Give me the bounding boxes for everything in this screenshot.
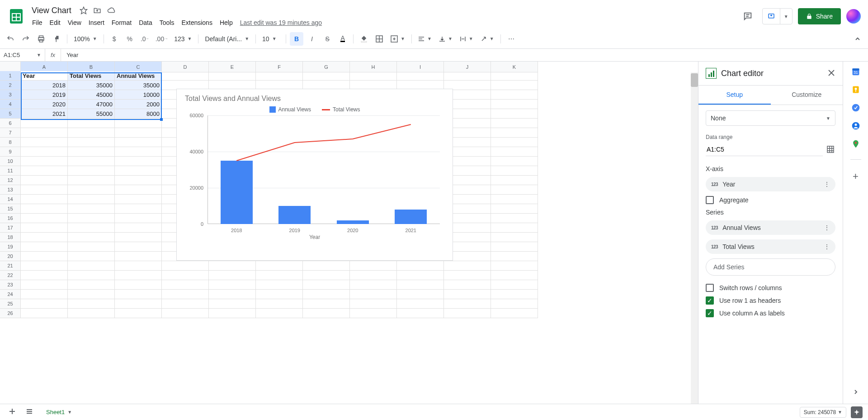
row-header[interactable]: 6 <box>0 119 21 128</box>
spreadsheet-grid[interactable]: ABCDEFGHIJK1YearTotal ViewsAnnual Views2… <box>0 62 698 404</box>
menu-file[interactable]: File <box>29 17 46 28</box>
cell[interactable]: Annual Views <box>115 71 162 81</box>
calendar-icon[interactable]: 31 <box>851 67 860 76</box>
cell[interactable] <box>491 290 538 299</box>
explore-button[interactable] <box>851 406 863 418</box>
cell[interactable] <box>115 242 162 252</box>
cell[interactable] <box>350 271 397 280</box>
row-header[interactable]: 24 <box>0 290 21 299</box>
cell[interactable] <box>491 271 538 280</box>
row-header[interactable]: 13 <box>0 185 21 195</box>
cell[interactable]: 55000 <box>68 109 115 119</box>
cell[interactable] <box>303 309 350 318</box>
collapse-side-panel-button[interactable] <box>852 388 859 397</box>
cell[interactable] <box>68 214 115 223</box>
cell[interactable] <box>256 271 303 280</box>
cell[interactable]: 2000 <box>115 100 162 109</box>
row-header[interactable]: 12 <box>0 176 21 185</box>
cell[interactable]: Total Views <box>68 71 115 81</box>
tab-customize[interactable]: Customize <box>771 86 843 105</box>
cell[interactable] <box>491 185 538 195</box>
cell[interactable] <box>21 157 68 166</box>
account-avatar[interactable] <box>846 9 861 24</box>
cell[interactable] <box>21 147 68 157</box>
cell[interactable] <box>21 128 68 138</box>
cell[interactable] <box>162 299 209 309</box>
cell[interactable]: 35000 <box>115 81 162 90</box>
cell[interactable] <box>21 290 68 299</box>
cell[interactable] <box>68 261 115 271</box>
cell[interactable] <box>256 309 303 318</box>
cell[interactable] <box>491 223 538 233</box>
cell[interactable] <box>491 204 538 214</box>
cell[interactable] <box>491 252 538 261</box>
cell[interactable]: Year <box>21 71 68 81</box>
cell[interactable] <box>491 309 538 318</box>
cell[interactable] <box>115 299 162 309</box>
cell[interactable] <box>491 109 538 119</box>
cell[interactable] <box>68 119 115 128</box>
more-toolbar-button[interactable]: ⋯ <box>505 32 518 46</box>
cell[interactable] <box>491 195 538 204</box>
cell[interactable]: 8000 <box>115 109 162 119</box>
cell[interactable]: 47000 <box>68 100 115 109</box>
cell[interactable] <box>491 119 538 128</box>
cell[interactable] <box>115 128 162 138</box>
row-header[interactable]: 26 <box>0 309 21 318</box>
cell[interactable] <box>115 233 162 242</box>
cell[interactable] <box>209 261 256 271</box>
cell[interactable] <box>256 299 303 309</box>
cell[interactable] <box>350 280 397 290</box>
number-format-select[interactable]: 123 ▼ <box>171 32 194 46</box>
cell[interactable] <box>162 261 209 271</box>
cell[interactable] <box>115 261 162 271</box>
h-align-button[interactable]: ▼ <box>415 32 434 46</box>
cell[interactable] <box>68 195 115 204</box>
cell[interactable]: 2021 <box>21 109 68 119</box>
cell[interactable] <box>115 214 162 223</box>
cell[interactable] <box>491 157 538 166</box>
cell[interactable] <box>68 309 115 318</box>
cell[interactable] <box>491 81 538 90</box>
row-header[interactable]: 9 <box>0 147 21 157</box>
cell[interactable] <box>303 71 350 81</box>
status-sum[interactable]: Sum: 245078▼ <box>800 407 846 418</box>
italic-button[interactable]: I <box>305 32 319 46</box>
cell[interactable] <box>68 242 115 252</box>
cell[interactable] <box>115 138 162 147</box>
cell[interactable] <box>350 309 397 318</box>
cell[interactable] <box>491 90 538 100</box>
xaxis-menu-icon[interactable]: ⋮ <box>824 181 830 188</box>
cell[interactable] <box>350 261 397 271</box>
present-button[interactable]: ▼ <box>762 8 793 24</box>
cell[interactable] <box>444 271 491 280</box>
cell[interactable] <box>21 138 68 147</box>
cell[interactable] <box>21 204 68 214</box>
row-header[interactable]: 23 <box>0 280 21 290</box>
cell[interactable] <box>162 280 209 290</box>
row-header[interactable]: 15 <box>0 204 21 214</box>
row-header[interactable]: 8 <box>0 138 21 147</box>
cell[interactable] <box>256 290 303 299</box>
menu-insert[interactable]: Insert <box>85 17 108 28</box>
cell[interactable] <box>68 299 115 309</box>
cell[interactable] <box>21 119 68 128</box>
close-chart-editor-button[interactable] <box>827 69 835 78</box>
cell[interactable] <box>397 261 444 271</box>
cell[interactable] <box>21 214 68 223</box>
cell[interactable] <box>68 280 115 290</box>
menu-format[interactable]: Format <box>108 17 135 28</box>
add-sheet-button[interactable] <box>5 405 19 420</box>
comment-history-icon[interactable] <box>739 7 757 25</box>
share-button[interactable]: Share <box>798 8 841 24</box>
use-row1-checkbox[interactable]: ✓ <box>706 296 714 305</box>
cell[interactable] <box>444 299 491 309</box>
fill-color-button[interactable] <box>357 32 371 46</box>
present-dropdown[interactable]: ▼ <box>780 9 792 24</box>
cell[interactable] <box>444 309 491 318</box>
all-sheets-button[interactable] <box>23 405 36 420</box>
contacts-icon[interactable] <box>851 121 860 130</box>
cell[interactable] <box>491 280 538 290</box>
tab-setup[interactable]: Setup <box>698 86 771 105</box>
row-header[interactable]: 17 <box>0 223 21 233</box>
